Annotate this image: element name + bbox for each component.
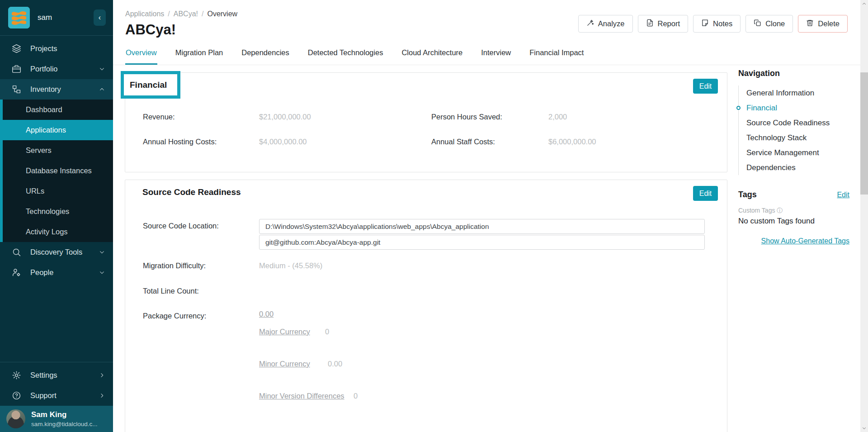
source-code-edit-button[interactable]: Edit	[693, 186, 718, 201]
chevron-right-icon	[99, 393, 105, 399]
sidebar-item-settings[interactable]: Settings	[0, 365, 113, 385]
tab-dependencies[interactable]: Dependencies	[241, 46, 290, 65]
chevron-down-icon	[99, 249, 105, 255]
chevron-right-icon	[99, 372, 105, 378]
minor-currency-link[interactable]: Minor Currency	[259, 360, 310, 368]
user-email: sam.king@tidalcloud.c...	[31, 421, 98, 427]
submenu-label: Applications	[26, 126, 66, 134]
sidebar-item-portfolio[interactable]: Portfolio	[0, 59, 113, 79]
minor-version-differences-link[interactable]: Minor Version Differences	[259, 392, 344, 400]
help-icon	[11, 391, 21, 401]
sidebar-divider	[0, 362, 113, 362]
action-buttons: Analyze Report Notes Clone Delete	[578, 15, 848, 33]
migration-difficulty-label: Migration Difficulty:	[143, 261, 206, 270]
sidebar-item-support[interactable]: Support	[0, 385, 113, 406]
workspace-header: sam ‹	[0, 0, 113, 34]
vertical-scrollbar[interactable]	[860, 0, 868, 432]
breadcrumb-abcya[interactable]: ABCya!	[174, 10, 198, 18]
major-currency-value: 0	[325, 328, 329, 336]
annual-staff-costs-value: $6,000,000.00	[548, 138, 596, 146]
scrollbar-thumb[interactable]	[860, 72, 868, 195]
submenu-label: Dashboard	[26, 105, 62, 114]
sidebar-item-label: Discovery Tools	[30, 248, 82, 256]
nav-item-source-code-readiness[interactable]: Source Code Readiness	[739, 115, 849, 130]
no-custom-tags-message: No custom Tags found	[738, 217, 815, 226]
nav-item-service-management[interactable]: Service Management	[739, 145, 849, 160]
tags-title: Tags	[738, 190, 757, 199]
source-code-location-label: Source Code Location:	[143, 222, 219, 230]
sidebar-item-activity-logs[interactable]: Activity Logs	[3, 222, 113, 242]
revenue-label: Revenue:	[143, 113, 175, 121]
submenu-label: Technologies	[26, 207, 69, 216]
tab-overview[interactable]: Overview	[125, 46, 157, 65]
sidebar-item-projects[interactable]: Projects	[0, 38, 113, 59]
sidebar-item-discovery-tools[interactable]: Discovery Tools	[0, 242, 113, 262]
button-label: Delete	[818, 19, 840, 28]
annual-staff-costs-label: Annual Staff Costs:	[431, 138, 495, 146]
scroll-down-icon[interactable]	[860, 424, 868, 432]
breadcrumb-overview: Overview	[207, 10, 237, 18]
report-button[interactable]: Report	[638, 15, 689, 33]
tab-interview[interactable]: Interview	[481, 46, 511, 65]
delete-button[interactable]: Delete	[798, 15, 848, 33]
clone-button[interactable]: Clone	[745, 15, 793, 33]
financial-heading-highlight: Financial	[121, 71, 180, 99]
scroll-up-icon[interactable]	[860, 0, 868, 8]
sidebar-item-label: People	[30, 268, 53, 277]
sidebar-item-people[interactable]: People	[0, 262, 113, 283]
minor-version-differences-value: 0	[354, 392, 358, 400]
sidebar-item-urls[interactable]: URLs	[3, 181, 113, 201]
chevron-up-icon	[99, 86, 105, 92]
nav-item-label: Financial	[746, 104, 777, 112]
major-currency-link[interactable]: Major Currency	[259, 328, 310, 336]
sidebar-item-inventory[interactable]: Inventory	[0, 79, 113, 100]
user-profile[interactable]: Sam King sam.king@tidalcloud.c...	[0, 406, 113, 432]
nav-item-general-information[interactable]: General Information	[739, 85, 849, 100]
nav-item-dependencies[interactable]: Dependencies	[739, 160, 849, 175]
sidebar-collapse-button[interactable]: ‹	[94, 9, 106, 26]
avatar	[6, 409, 25, 428]
analyze-button[interactable]: Analyze	[578, 15, 633, 33]
nav-item-technology-stack[interactable]: Technology Stack	[739, 130, 849, 145]
revenue-value: $21,000,000.00	[259, 113, 311, 121]
tab-cloud-architecture[interactable]: Cloud Architecture	[401, 46, 463, 65]
nav-item-financial[interactable]: Financial	[739, 100, 849, 115]
section-title-financial: Financial	[130, 80, 167, 90]
source-code-location-input-2[interactable]	[259, 235, 705, 250]
info-icon: ⓘ	[777, 207, 783, 214]
person-hours-saved-label: Person Hours Saved:	[431, 113, 502, 121]
tab-migration-plan[interactable]: Migration Plan	[175, 46, 223, 65]
submenu-label: URLs	[26, 187, 44, 195]
tab-detected-technologies[interactable]: Detected Technologies	[307, 46, 384, 65]
tags-header: Tags Edit	[738, 190, 849, 199]
tidal-logo	[8, 7, 30, 28]
breadcrumb-applications[interactable]: Applications	[125, 10, 164, 18]
sidebar-item-applications[interactable]: Applications	[3, 120, 113, 140]
sidebar-item-servers[interactable]: Servers	[3, 140, 113, 161]
page-title: ABCya!	[125, 22, 176, 38]
sidebar-item-dashboard[interactable]: Dashboard	[3, 100, 113, 120]
package-currency-value-link[interactable]: 0.00	[259, 310, 274, 318]
sidebar-item-label: Support	[30, 391, 57, 400]
tags-edit-link[interactable]: Edit	[837, 191, 849, 199]
wand-icon	[586, 19, 594, 28]
person-hours-saved-value: 2,000	[548, 113, 567, 121]
sidebar-item-database-instances[interactable]: Database Instances	[3, 161, 113, 181]
show-auto-generated-tags-link[interactable]: Show Auto-Generated Tags	[761, 237, 849, 245]
sidebar-item-label: Portfolio	[30, 65, 58, 73]
breadcrumb: Applications/ABCya!/Overview	[125, 10, 237, 18]
chevron-left-icon: ‹	[99, 14, 101, 22]
submenu-label: Activity Logs	[26, 228, 68, 236]
tab-financial-impact[interactable]: Financial Impact	[529, 46, 584, 65]
sitemap-icon	[11, 85, 21, 95]
sidebar-item-technologies[interactable]: Technologies	[3, 201, 113, 222]
user-meta: Sam King sam.king@tidalcloud.c...	[31, 410, 98, 427]
source-code-location-input-1[interactable]	[259, 219, 705, 234]
notes-button[interactable]: Notes	[693, 15, 741, 33]
chevron-down-icon	[99, 270, 105, 275]
financial-edit-button[interactable]: Edit	[693, 79, 718, 94]
main-content: Applications/ABCya!/Overview ABCya! Anal…	[113, 0, 860, 432]
custom-tags-label: Custom Tags ⓘ	[738, 207, 783, 215]
section-title-source-code-readiness: Source Code Readiness	[142, 187, 241, 197]
sidebar-item-label: Projects	[30, 44, 57, 53]
